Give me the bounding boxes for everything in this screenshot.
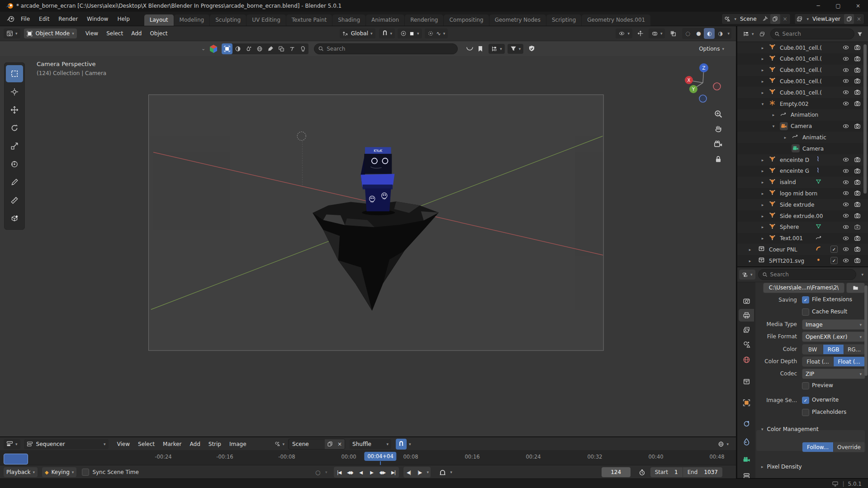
view-layer-browse-icon[interactable] <box>795 14 805 24</box>
visibility-eye-icon[interactable] <box>842 78 849 84</box>
menu-file[interactable]: File <box>16 14 34 24</box>
sequencer-channel-dropdown[interactable]: Shuffle▾ <box>350 439 391 449</box>
play-button[interactable]: ▶ <box>366 467 377 477</box>
sync-scene-time[interactable]: Sync Scene Time <box>82 469 139 476</box>
tab-texture-paint[interactable]: Texture Paint <box>286 14 332 26</box>
visibility-eye-icon[interactable] <box>842 246 849 252</box>
tab-animation[interactable]: Animation <box>366 14 404 26</box>
outliner-item-label[interactable]: Empty.002 <box>780 101 828 107</box>
sequencer-unlink-scene-icon[interactable]: × <box>335 439 345 449</box>
jump-to-end-button[interactable]: ▶| <box>388 467 399 477</box>
properties-tab-object-data[interactable] <box>739 453 754 466</box>
sequencer-snap-toggle[interactable] <box>396 439 407 450</box>
toggle-text-icon[interactable] <box>287 43 298 54</box>
shading-chevron[interactable]: ▾ <box>727 31 730 36</box>
render-camera-icon[interactable] <box>854 55 861 62</box>
outliner-item-label[interactable]: Cube.001_cell.( <box>780 56 828 62</box>
play-reverse-button[interactable]: ◀ <box>356 467 366 477</box>
lock-icon[interactable] <box>714 155 722 164</box>
outliner-filter-icon[interactable] <box>854 28 865 39</box>
outliner-row[interactable]: ▸Cube.001_cell.( <box>737 76 868 87</box>
move-tool[interactable] <box>6 101 23 118</box>
navigation-gizmo[interactable]: Z X Y <box>680 60 726 105</box>
toggle-brush-icon[interactable] <box>265 43 276 54</box>
close-button[interactable]: × <box>848 0 868 12</box>
outliner-row[interactable]: ▾Empty.002 <box>737 98 868 109</box>
outliner-item-label[interactable]: Side extrude <box>780 202 828 208</box>
sequencer-copy-scene-icon[interactable] <box>325 439 335 449</box>
toggle-lamp-icon[interactable] <box>298 43 308 54</box>
toggle-clone-icon[interactable] <box>276 43 287 54</box>
render-camera-icon[interactable] <box>854 257 861 264</box>
expand-arrow-icon[interactable]: ▾ <box>760 102 765 106</box>
checkbox-cache-result[interactable] <box>802 308 809 316</box>
file-browse-button[interactable] <box>846 283 865 293</box>
segment-option[interactable]: RGB <box>823 345 844 354</box>
outliner-row[interactable]: ▾Camera <box>737 121 868 132</box>
autokey-record-icon[interactable]: ○ <box>312 467 323 477</box>
toggle-halfsphere-icon[interactable] <box>232 43 243 54</box>
visibility-eye-icon[interactable] <box>842 44 849 51</box>
snap-toggle[interactable]: ▾ <box>379 28 395 38</box>
show-object-types-dropdown[interactable]: ▾ <box>616 28 632 38</box>
expand-arrow-icon[interactable]: ▸ <box>760 46 765 50</box>
playback-menu[interactable]: Playback▾ <box>4 467 38 477</box>
next-frame-button[interactable]: |▶ <box>414 467 425 477</box>
viewport-menu-object[interactable]: Object <box>146 28 171 38</box>
collection-checkbox[interactable]: ✓ <box>830 257 838 264</box>
jump-to-start-button[interactable]: |◀ <box>334 467 345 477</box>
sequencer-menu-image[interactable]: Image <box>225 439 251 449</box>
checkbox-overwrite[interactable]: ✓ <box>802 397 809 404</box>
tab-layout[interactable]: Layout <box>144 14 174 26</box>
tab-rendering[interactable]: Rendering <box>405 14 443 26</box>
render-camera-icon[interactable] <box>854 212 861 219</box>
outliner-row[interactable]: ▸enceinte G <box>737 166 868 177</box>
shading-solid[interactable]: ● <box>693 28 704 39</box>
outliner-item-label[interactable]: logo mid born <box>780 190 828 197</box>
expand-arrow-icon[interactable]: ▸ <box>747 247 753 252</box>
visibility-eye-icon[interactable] <box>842 168 849 174</box>
tab-geometry-nodes-001[interactable]: Geometry Nodes.001 <box>582 14 650 26</box>
sequencer-view-type-dropdown[interactable]: Sequencer ▾ <box>24 439 109 449</box>
properties-options-chevron[interactable]: ▾ <box>861 272 863 277</box>
scale-tool[interactable] <box>6 137 23 155</box>
segment-option[interactable]: BW <box>802 345 823 354</box>
prev-keyframe-button[interactable]: ◀◆ <box>345 467 356 477</box>
shading-rendered[interactable]: ◑ <box>715 28 726 39</box>
properties-scrollbar[interactable] <box>864 285 868 376</box>
outline-filter-dropdown[interactable]: ▾ <box>489 44 505 54</box>
frame-end-field[interactable]: End1037 <box>683 467 722 477</box>
section-header-pixel-density[interactable]: ▸Pixel Density <box>759 461 865 472</box>
outliner-row[interactable]: Camera <box>737 143 868 154</box>
autokey-chevron[interactable]: ▾ <box>325 470 327 474</box>
viewport-canvas[interactable]: KYuK Camera Perspective (124) Collection… <box>0 56 736 436</box>
tab-modeling[interactable]: Modeling <box>174 14 210 26</box>
tab-shading[interactable]: Shading <box>332 14 365 26</box>
dropdown-codec[interactable]: ZIP▾ <box>802 369 865 379</box>
visibility-eye-icon[interactable] <box>842 235 849 242</box>
viewport-search[interactable]: Search <box>314 43 458 54</box>
collection-checkbox[interactable]: ✓ <box>830 246 838 253</box>
visibility-eye-icon[interactable] <box>842 156 849 163</box>
outliner-row[interactable]: ▸Animatic <box>737 132 868 143</box>
annotate-tool[interactable] <box>6 174 23 191</box>
toggle-select-box-mode-icon[interactable] <box>222 43 232 54</box>
use-preview-range-icon[interactable] <box>637 467 648 477</box>
render-camera-icon[interactable] <box>854 167 861 174</box>
expand-arrow-icon[interactable]: ▸ <box>760 169 765 173</box>
expand-arrow-icon[interactable]: ▸ <box>771 113 776 117</box>
sequencer-scene-name[interactable]: Scene <box>289 441 325 447</box>
expand-arrow-icon[interactable]: ▸ <box>760 68 765 72</box>
outliner-item-label[interactable]: Cube.001_cell.( <box>780 45 828 51</box>
proportional-editing-group[interactable]: ∿ ▾ <box>425 28 448 38</box>
outliner-row[interactable]: ▸Animation <box>737 109 868 121</box>
select-box-tool[interactable] <box>6 65 23 82</box>
outliner-item-label[interactable]: Side extrude.00 <box>780 213 828 219</box>
visibility-eye-icon[interactable] <box>842 190 849 196</box>
sequencer-menu-strip[interactable]: Strip <box>204 439 225 449</box>
expand-arrow-icon[interactable]: ▸ <box>760 203 765 207</box>
current-frame-badge[interactable]: 00:04+04 <box>364 452 396 461</box>
unlink-scene-icon[interactable]: × <box>780 14 790 24</box>
viewport-menu-add[interactable]: Add <box>127 28 146 38</box>
outliner-item-label[interactable]: Camera <box>791 123 828 129</box>
